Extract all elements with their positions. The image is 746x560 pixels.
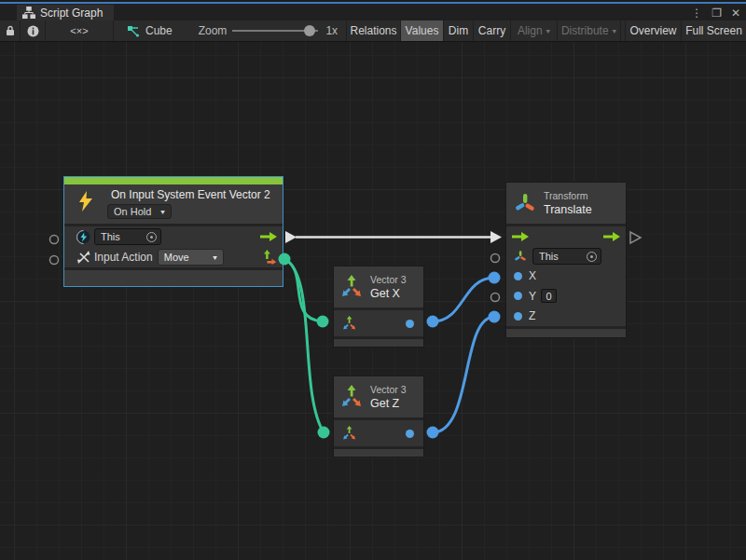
code-preview-button[interactable]: <×> (46, 20, 114, 41)
node-on-input-system-event[interactable]: On Input System Event Vector 2 On Hold▾ … (63, 176, 283, 287)
translate-subtitle: Transform (544, 190, 592, 202)
info-button[interactable] (21, 20, 46, 41)
event-target-field[interactable]: This (94, 228, 161, 245)
getx-footer (334, 339, 423, 347)
getx-header: Vector 3 Get X (334, 266, 423, 307)
toolbar: <×> Cube Zoom 1x Relations Values Dim Ca… (0, 20, 746, 42)
graph-owner-icon (127, 25, 140, 37)
getz-output-port[interactable] (406, 430, 414, 438)
translate-node-footer (506, 329, 626, 337)
node-get-z[interactable]: Vector 3 Get Z (333, 376, 424, 458)
code-icon: <×> (70, 25, 88, 36)
object-picker-icon[interactable] (146, 232, 157, 242)
distribute-caret-icon: ▾ (613, 27, 617, 35)
input-action-label: Input Action (94, 251, 153, 264)
getz-title: Get Z (370, 396, 407, 411)
values-button[interactable]: Values (401, 20, 444, 41)
tab-title: Script Graph (40, 7, 103, 20)
getz-header: Vector 3 Get Z (334, 376, 423, 417)
event-mode-dropdown[interactable]: On Hold▾ (107, 204, 172, 219)
translate-x-row: X (506, 266, 626, 286)
event-node-title: On Input System Event Vector 2 (111, 187, 270, 202)
vector2-output-icon[interactable] (262, 250, 277, 265)
flow-in-arrow-icon[interactable] (512, 231, 529, 242)
translate-z-label: Z (529, 309, 535, 322)
align-button[interactable]: Align▾ (511, 20, 558, 41)
translate-y-value[interactable]: 0 (541, 289, 557, 303)
input-system-icon (76, 230, 90, 244)
zoom-value: 1x (325, 24, 338, 37)
getx-title: Get X (370, 286, 407, 301)
vector3-mini-icon (341, 316, 357, 331)
window-maximize-icon[interactable]: ❐ (711, 7, 722, 20)
lock-button[interactable] (0, 20, 21, 41)
translate-y-label: Y (529, 290, 536, 303)
info-icon (27, 25, 39, 37)
zoom-label: Zoom (199, 24, 228, 37)
lightning-bolt-icon (78, 191, 93, 212)
window-menu-icon[interactable]: ⋮ (691, 7, 702, 20)
input-action-dropdown[interactable]: Move▾ (158, 249, 224, 266)
fullscreen-button[interactable]: Full Screen (682, 20, 746, 41)
transform-icon (514, 192, 536, 214)
translate-x-port[interactable] (514, 272, 522, 280)
vector3-icon (339, 385, 364, 409)
event-node-accent-bar (64, 177, 283, 184)
translate-target-field[interactable]: This (532, 248, 601, 265)
translate-title: Translate (544, 202, 592, 217)
event-this-row: This (64, 226, 283, 247)
translate-flow-row (506, 226, 626, 246)
event-node-footer (64, 270, 283, 286)
event-node-header: On Input System Event Vector 2 On Hold▾ (64, 184, 283, 224)
input-action-icon (77, 251, 90, 264)
tab-bar: Script Graph ⋮ ❐ ✕ (0, 4, 746, 20)
vector3-icon (339, 275, 364, 299)
input-action-caret-icon: ▾ (213, 253, 217, 262)
script-graph-icon (22, 7, 35, 19)
object-picker-icon[interactable] (587, 252, 597, 262)
translate-y-port[interactable] (514, 292, 522, 300)
node-get-x[interactable]: Vector 3 Get X (333, 266, 424, 348)
distribute-button[interactable]: Distribute▾ (558, 20, 621, 41)
flow-out-arrow-icon[interactable] (603, 231, 620, 242)
getz-footer (334, 449, 423, 457)
translate-y-row: Y 0 (506, 286, 626, 306)
transform-mini-icon (514, 250, 527, 263)
event-action-row: Input Action Move▾ (64, 247, 283, 267)
getx-subtitle: Vector 3 (370, 274, 407, 286)
carry-button[interactable]: Carry (474, 20, 511, 41)
node-translate[interactable]: Transform Translate This X (505, 182, 627, 338)
graph-owner-label: Cube (145, 24, 173, 37)
translate-header: Transform Translate (506, 183, 626, 224)
translate-this-row: This (506, 246, 626, 266)
zoom-slider-knob[interactable] (304, 25, 315, 36)
overview-button[interactable]: Overview (625, 20, 682, 41)
graph-owner[interactable]: Cube (127, 20, 173, 41)
lock-icon (6, 25, 15, 36)
window-close-icon[interactable]: ✕ (731, 7, 740, 20)
tab-script-graph[interactable]: Script Graph (17, 5, 114, 20)
event-mode-caret-icon: ▾ (160, 208, 165, 216)
relations-button[interactable]: Relations (346, 20, 401, 41)
translate-x-label: X (529, 269, 536, 282)
zoom-control: Zoom 1x (199, 20, 338, 41)
getz-subtitle: Vector 3 (370, 384, 407, 396)
translate-z-row: Z (506, 307, 626, 326)
vector3-mini-icon (341, 426, 357, 441)
getx-row (334, 310, 423, 336)
flow-out-arrow-icon[interactable] (260, 231, 277, 242)
zoom-slider[interactable] (232, 30, 318, 32)
getz-row (334, 420, 423, 446)
align-caret-icon: ▾ (546, 27, 551, 35)
getx-output-port[interactable] (406, 320, 414, 328)
translate-z-port[interactable] (514, 312, 522, 321)
dim-button[interactable]: Dim (444, 20, 474, 41)
